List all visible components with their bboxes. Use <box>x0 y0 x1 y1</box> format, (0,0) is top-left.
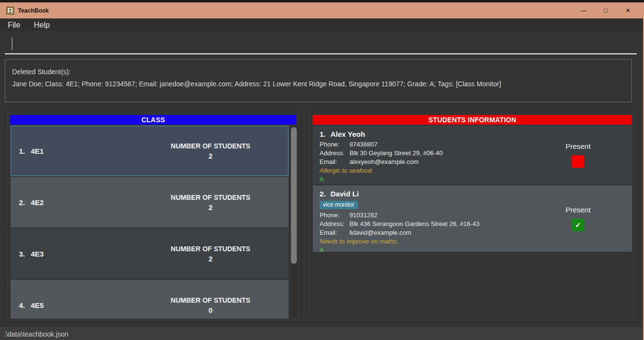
class-index: 3. <box>19 250 25 258</box>
menu-help[interactable]: Help <box>27 21 57 30</box>
class-count-block: NUMBER OF STUDENTS 2 <box>133 142 288 160</box>
email-label: Email: <box>320 228 348 237</box>
phone-label: Phone: <box>320 140 348 149</box>
class-name: 4. 4E5 <box>11 301 44 309</box>
scrollbar-thumb[interactable] <box>291 127 297 264</box>
student-index: 2. <box>320 190 326 198</box>
window-title: TeachBook <box>18 7 49 14</box>
student-name-label: Alex Yeoh <box>331 130 365 138</box>
email-label: Email: <box>320 158 348 166</box>
class-count-block: NUMBER OF STUDENTS 0 <box>133 296 288 314</box>
phone-label: Phone: <box>320 211 348 220</box>
class-panel: CLASS 1. 4E1 NUMBER OF STUDENTS 2 2. 4E2… <box>5 110 302 322</box>
result-line: Deleted Student(s): <box>12 66 625 78</box>
number-of-students-label: NUMBER OF STUDENTS <box>133 194 288 201</box>
class-card-4e5[interactable]: 4. 4E5 NUMBER OF STUDENTS 0 <box>11 280 289 319</box>
result-display: Deleted Student(s): Jane Doe; Class: 4E1… <box>5 59 632 102</box>
class-card-4e1[interactable]: 1. 4E1 NUMBER OF STUDENTS 2 <box>11 126 289 176</box>
phone-value: 91031282 <box>350 211 378 219</box>
number-of-students-label: NUMBER OF STUDENTS <box>133 245 288 253</box>
address-label: Address: <box>320 149 348 158</box>
menubar: File Help <box>0 18 643 32</box>
number-of-students-value: 2 <box>133 152 288 160</box>
class-name-label: 4E1 <box>31 147 44 155</box>
address-value: Blk 436 Serangoon Gardens Street 26, #16… <box>350 220 480 227</box>
number-of-students-value: 2 <box>133 255 288 263</box>
titlebar: TeachBook — □ × <box>0 2 644 18</box>
student-index: 1. <box>320 130 326 138</box>
phone-value: 87438807 <box>350 141 378 148</box>
status-bar: .\data\teachbook.json <box>0 327 644 340</box>
class-name: 3. 4E3 <box>11 250 44 258</box>
window-controls: — □ × <box>572 2 639 18</box>
number-of-students-label: NUMBER OF STUDENTS <box>133 142 288 150</box>
attendance-checkbox-checked[interactable]: ✓ <box>572 219 584 231</box>
class-count-block: NUMBER OF STUDENTS 2 <box>133 245 288 263</box>
class-count-block: NUMBER OF STUDENTS 2 <box>133 194 288 211</box>
email-value: alexyeoh@example.com <box>350 158 419 165</box>
attendance-checkbox-unchecked[interactable] <box>572 155 584 168</box>
number-of-students-value: 0 <box>133 306 288 314</box>
class-list-scrollbar[interactable] <box>291 126 297 318</box>
class-index: 4. <box>19 301 25 309</box>
maximize-button[interactable]: □ <box>595 2 617 18</box>
minimize-icon: — <box>580 7 586 14</box>
checkmark-icon: ✓ <box>575 221 581 229</box>
class-panel-header: CLASS <box>10 115 296 125</box>
class-name-label: 4E5 <box>31 301 44 309</box>
attendance-block: Present ✓ <box>556 185 600 252</box>
present-label: Present <box>565 206 591 214</box>
address-value: Blk 30 Geylang Street 29, #06-40 <box>350 149 443 157</box>
student-card-alex-yeoh[interactable]: 1. Alex Yeoh Phone: 87438807 Address: Bl… <box>313 126 632 184</box>
class-index: 2. <box>19 198 25 207</box>
class-card-4e3[interactable]: 3. 4E3 NUMBER OF STUDENTS 2 <box>11 228 289 279</box>
menu-file[interactable]: File <box>0 21 27 30</box>
class-name-label: 4E3 <box>31 250 44 258</box>
student-card-david-li[interactable]: 2. David Li vice monitor Phone: 91031282… <box>313 185 632 252</box>
teachbook-app-icon <box>6 7 14 15</box>
student-list: 1. Alex Yeoh Phone: 87438807 Address: Bl… <box>313 126 632 253</box>
student-tag: vice monitor <box>320 201 358 209</box>
class-card-4e2[interactable]: 2. 4E2 NUMBER OF STUDENTS 2 <box>11 177 289 227</box>
command-input[interactable] <box>0 32 643 55</box>
class-index: 1. <box>19 147 25 155</box>
text-caret <box>12 37 13 50</box>
number-of-students-value: 2 <box>133 203 288 211</box>
present-label: Present <box>565 142 591 150</box>
data-file-path: .\data\teachbook.json <box>4 330 68 338</box>
command-input-underline <box>5 53 637 54</box>
student-name-label: David Li <box>331 190 359 198</box>
students-panel-header: STUDENTS INFORMATION <box>313 115 632 125</box>
close-button[interactable]: × <box>617 2 639 18</box>
students-panel: STUDENTS INFORMATION 1. Alex Yeoh Phone:… <box>306 110 638 322</box>
address-label: Address: <box>320 220 348 228</box>
number-of-students-label: NUMBER OF STUDENTS <box>133 296 288 304</box>
close-icon: × <box>626 6 630 16</box>
class-name: 1. 4E1 <box>11 147 44 155</box>
email-value: lidavid@example.com <box>350 229 411 236</box>
result-line: Jane Doe; Class: 4E1; Phone: 91234567; E… <box>12 78 625 90</box>
attendance-block: Present <box>556 126 600 184</box>
class-name: 2. 4E2 <box>11 198 44 207</box>
maximize-icon: □ <box>604 7 608 14</box>
class-list: 1. 4E1 NUMBER OF STUDENTS 2 2. 4E2 NUMBE… <box>11 126 289 319</box>
minimize-button[interactable]: — <box>572 2 595 18</box>
class-name-label: 4E2 <box>31 198 44 207</box>
